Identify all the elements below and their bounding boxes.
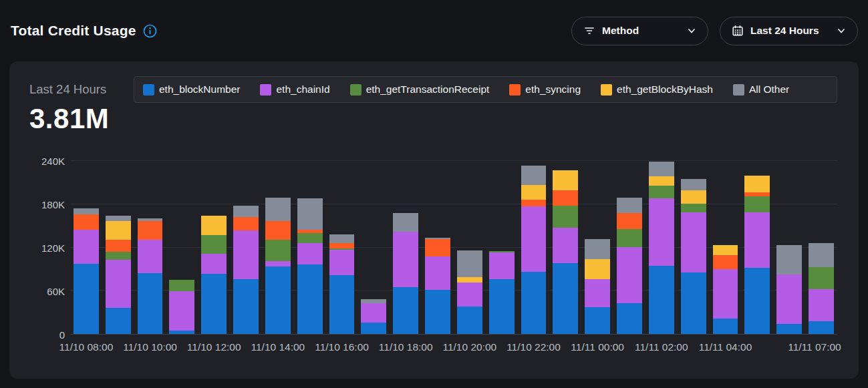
bar-segment-All Other[interactable]	[681, 179, 706, 190]
bar-segment-eth_blockNumber[interactable]	[776, 324, 802, 334]
bar-segment-eth_chainId[interactable]	[585, 279, 610, 307]
bar-segment-eth_getBlockByHash[interactable]	[713, 245, 738, 255]
bar-segment-eth_blockNumber[interactable]	[265, 266, 291, 334]
bar-segment-eth_getBlockByHash[interactable]	[649, 176, 674, 186]
bar-segment-eth_chainId[interactable]	[681, 212, 706, 273]
bar-segment-eth_getTransactionReceipt[interactable]	[297, 233, 323, 243]
bar-segment-eth_chainId[interactable]	[713, 269, 738, 319]
bar-segment-eth_chainId[interactable]	[329, 250, 355, 275]
time-range-dropdown[interactable]: Last 24 Hours	[720, 17, 858, 45]
bar-column[interactable]	[233, 160, 259, 334]
bar-segment-eth_syncing[interactable]	[106, 240, 131, 252]
bar-segment-eth_chainId[interactable]	[138, 240, 163, 274]
bar-segment-eth_syncing[interactable]	[713, 255, 738, 268]
bar-segment-All Other[interactable]	[457, 250, 482, 277]
bar-column[interactable]	[489, 160, 515, 334]
bar-segment-eth_blockNumber[interactable]	[457, 307, 482, 334]
bar-column[interactable]	[425, 160, 450, 334]
legend-item-eth_getBlockByHash[interactable]: eth_getBlockByHash	[601, 83, 713, 95]
bar-segment-eth_chainId[interactable]	[649, 198, 674, 265]
bar-segment-eth_blockNumber[interactable]	[809, 321, 834, 334]
bar-column[interactable]	[617, 160, 642, 334]
legend-item-eth_syncing[interactable]: eth_syncing	[509, 83, 581, 95]
bar-segment-eth_syncing[interactable]	[329, 243, 355, 248]
bar-segment-eth_blockNumber[interactable]	[329, 275, 355, 334]
bar-column[interactable]	[329, 160, 355, 334]
bar-segment-eth_blockNumber[interactable]	[744, 268, 770, 334]
bar-segment-All Other[interactable]	[329, 234, 355, 243]
bar-segment-eth_chainId[interactable]	[169, 291, 194, 330]
legend-item-eth_chainId[interactable]: eth_chainId	[260, 83, 329, 95]
bar-column[interactable]	[138, 160, 163, 334]
bar-segment-eth_blockNumber[interactable]	[617, 303, 642, 334]
bar-segment-eth_chainId[interactable]	[521, 206, 547, 272]
bar-segment-eth_blockNumber[interactable]	[393, 287, 418, 334]
bar-segment-eth_chainId[interactable]	[361, 303, 386, 323]
bar-segment-eth_chainId[interactable]	[776, 274, 802, 324]
bar-segment-All Other[interactable]	[233, 206, 259, 217]
bar-segment-eth_blockNumber[interactable]	[74, 264, 99, 334]
bar-column[interactable]	[744, 160, 770, 334]
bar-segment-eth_blockNumber[interactable]	[169, 331, 194, 334]
bar-segment-eth_syncing[interactable]	[74, 214, 99, 230]
bar-segment-eth_getTransactionReceipt[interactable]	[809, 267, 834, 289]
bar-segment-eth_getBlockByHash[interactable]	[744, 176, 770, 192]
bar-segment-eth_blockNumber[interactable]	[425, 290, 450, 334]
bar-segment-eth_getBlockByHash[interactable]	[553, 170, 578, 190]
legend-item-eth_blockNumber[interactable]: eth_blockNumber	[143, 83, 240, 95]
bar-segment-eth_chainId[interactable]	[265, 261, 291, 266]
bar-segment-eth_getTransactionReceipt[interactable]	[617, 229, 642, 247]
bar-segment-eth_getBlockByHash[interactable]	[201, 216, 227, 235]
bar-segment-eth_chainId[interactable]	[553, 228, 578, 263]
bar-segment-All Other[interactable]	[297, 198, 323, 229]
bar-segment-eth_chainId[interactable]	[809, 289, 834, 321]
bar-segment-eth_blockNumber[interactable]	[106, 308, 131, 334]
bar-segment-eth_blockNumber[interactable]	[201, 274, 227, 334]
legend-item-eth_getTransactionReceipt[interactable]: eth_getTransactionReceipt	[350, 83, 490, 95]
bar-segment-eth_chainId[interactable]	[106, 260, 131, 308]
bar-segment-eth_getBlockByHash[interactable]	[457, 277, 482, 283]
bar-column[interactable]	[553, 160, 578, 334]
bar-segment-eth_chainId[interactable]	[425, 256, 450, 290]
bar-segment-eth_chainId[interactable]	[617, 247, 642, 303]
legend-item-All Other[interactable]: All Other	[733, 83, 789, 95]
bar-segment-eth_blockNumber[interactable]	[521, 272, 547, 334]
bar-segment-eth_blockNumber[interactable]	[649, 266, 674, 334]
bar-segment-eth_syncing[interactable]	[425, 239, 450, 256]
bar-column[interactable]	[74, 160, 99, 334]
bar-column[interactable]	[393, 160, 418, 334]
bar-column[interactable]	[809, 160, 834, 334]
bar-segment-eth_getTransactionReceipt[interactable]	[744, 196, 770, 212]
bar-segment-All Other[interactable]	[265, 198, 291, 221]
bar-segment-eth_getTransactionReceipt[interactable]	[553, 206, 578, 228]
bar-segment-eth_syncing[interactable]	[265, 221, 291, 240]
bar-segment-eth_chainId[interactable]	[393, 232, 418, 287]
info-icon[interactable]	[143, 24, 157, 38]
bar-segment-eth_blockNumber[interactable]	[361, 323, 386, 334]
bar-segment-All Other[interactable]	[649, 162, 674, 176]
bar-column[interactable]	[585, 160, 610, 334]
bar-column[interactable]	[169, 160, 194, 334]
bar-segment-eth_blockNumber[interactable]	[553, 263, 578, 334]
bar-segment-eth_getBlockByHash[interactable]	[585, 259, 610, 279]
bar-segment-eth_blockNumber[interactable]	[138, 273, 163, 334]
bar-segment-All Other[interactable]	[585, 239, 610, 259]
bar-segment-eth_syncing[interactable]	[521, 200, 547, 206]
bar-column[interactable]	[521, 160, 547, 334]
bar-segment-All Other[interactable]	[809, 243, 834, 267]
bar-segment-eth_syncing[interactable]	[233, 217, 259, 230]
bar-segment-eth_getBlockByHash[interactable]	[681, 190, 706, 203]
bar-column[interactable]	[361, 160, 386, 334]
bar-segment-eth_getTransactionReceipt[interactable]	[106, 252, 131, 260]
bar-segment-All Other[interactable]	[617, 198, 642, 213]
bar-segment-eth_syncing[interactable]	[553, 190, 578, 206]
bar-segment-eth_getTransactionReceipt[interactable]	[649, 186, 674, 198]
bar-segment-eth_blockNumber[interactable]	[681, 272, 706, 334]
bar-segment-eth_blockNumber[interactable]	[713, 319, 738, 334]
bar-segment-eth_chainId[interactable]	[489, 252, 515, 279]
bar-segment-eth_blockNumber[interactable]	[233, 279, 259, 334]
bar-column[interactable]	[713, 160, 738, 334]
bar-segment-eth_chainId[interactable]	[297, 243, 323, 264]
bar-segment-All Other[interactable]	[74, 208, 99, 214]
bar-segment-eth_chainId[interactable]	[74, 230, 99, 264]
